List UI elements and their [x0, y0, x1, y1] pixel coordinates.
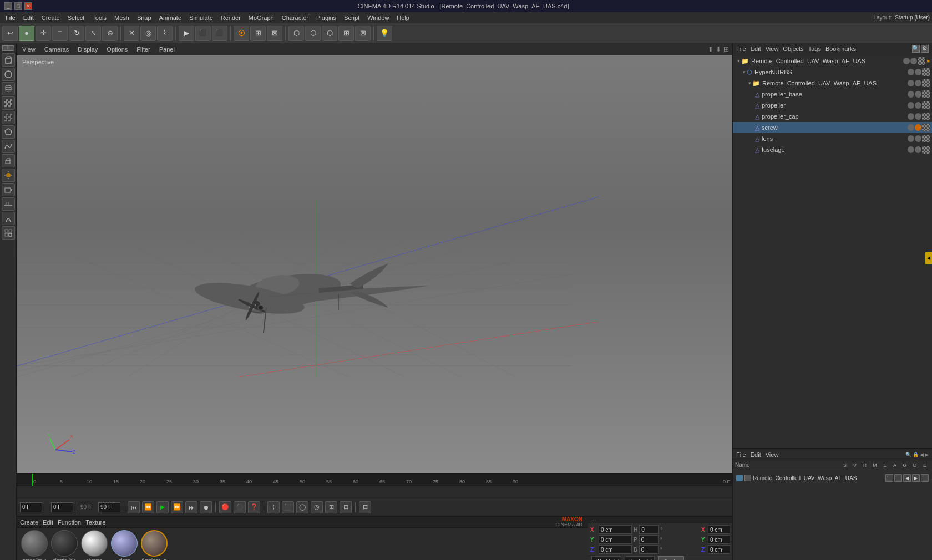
- obj-screw[interactable]: △ screw: [733, 122, 932, 133]
- menu-plugins[interactable]: Plugins: [313, 14, 340, 22]
- mat-glass[interactable]: glass: [111, 530, 138, 560]
- checker2-tool[interactable]: [2, 111, 15, 124]
- extrude-tool[interactable]: [2, 154, 15, 167]
- more-btn[interactable]: ⊟: [340, 501, 352, 513]
- coord-b-input[interactable]: [639, 545, 659, 554]
- obj-propeller[interactable]: △ propeller: [733, 100, 932, 111]
- right-edge-expand-tab[interactable]: ◀: [925, 252, 932, 264]
- rotate-btn[interactable]: ↻: [69, 26, 84, 41]
- status-icon-4[interactable]: ▶: [912, 474, 920, 482]
- point-mode-btn[interactable]: ◎: [140, 26, 156, 41]
- mat-texture[interactable]: Texture: [85, 519, 105, 526]
- render-active-btn[interactable]: ⬛: [212, 26, 227, 41]
- world-dropdown[interactable]: World: [591, 556, 621, 560]
- camera-btn[interactable]: ⦿: [234, 26, 249, 41]
- obj-edit[interactable]: Edit: [751, 45, 761, 52]
- coord-p-input[interactable]: [639, 535, 659, 544]
- obj-prop-base[interactable]: △ propeller_base: [733, 89, 932, 100]
- obj-bookmarks[interactable]: Bookmarks: [825, 45, 856, 52]
- key-btn[interactable]: ⊹: [267, 501, 280, 513]
- grid-btn[interactable]: ⊞: [338, 26, 354, 41]
- go-start-btn[interactable]: ⏮: [128, 501, 140, 513]
- obj-bottom-file[interactable]: File: [736, 451, 746, 458]
- maximize-button[interactable]: □: [14, 2, 22, 10]
- obj-bottom-data-row[interactable]: Remote_Controlled_UAV_Wasp_AE_UAS ⬛ ⬛ ◀ …: [736, 472, 929, 483]
- scale-dropdown[interactable]: Scale: [625, 556, 655, 560]
- menu-window[interactable]: Window: [364, 14, 392, 22]
- level-btn[interactable]: ⊟: [359, 501, 371, 513]
- select-mode-btn[interactable]: ●: [19, 26, 34, 41]
- scale-y-input[interactable]: [708, 535, 730, 544]
- edge-mode-btn[interactable]: ⌇: [157, 26, 173, 41]
- menu-create[interactable]: Create: [38, 14, 63, 22]
- scale-z-input[interactable]: [708, 545, 730, 554]
- obj-mode-btn[interactable]: ✕: [124, 26, 139, 41]
- mat-create[interactable]: Create: [20, 519, 38, 526]
- transform-btn[interactable]: ⊕: [102, 26, 118, 41]
- menu-simulate[interactable]: Simulate: [186, 14, 216, 22]
- go-end-btn[interactable]: ⏭: [185, 501, 197, 513]
- cam2-btn[interactable]: ⊞: [250, 26, 266, 41]
- light-add-tool[interactable]: [2, 169, 15, 182]
- next-frame-btn[interactable]: ⏩: [171, 501, 183, 513]
- close-button[interactable]: ✕: [24, 2, 32, 10]
- status-icon-5[interactable]: ⬛: [921, 474, 929, 482]
- play-btn[interactable]: ▶: [156, 501, 169, 513]
- menu-script[interactable]: Script: [341, 14, 363, 22]
- display-menu[interactable]: Display: [75, 46, 100, 53]
- vp-icon-2[interactable]: ⬇: [716, 45, 721, 53]
- cube-tool[interactable]: [2, 53, 15, 67]
- coord-z-input[interactable]: [599, 545, 632, 554]
- menu-help[interactable]: Help: [393, 14, 413, 22]
- obj-bottom-lock[interactable]: 🔒: [913, 452, 919, 457]
- scale-x-input[interactable]: [708, 525, 730, 534]
- motion-btn[interactable]: ◯: [296, 501, 308, 513]
- menu-snap[interactable]: Snap: [134, 14, 155, 22]
- mat-plastic-black[interactable]: plastic_bla: [51, 530, 78, 560]
- timeline-ruler[interactable]: 0 5 10 15 20 25 30 35 40 45 50 55 60 65 …: [17, 474, 732, 486]
- obj-file[interactable]: File: [736, 45, 746, 52]
- mat-chrome[interactable]: chrome: [81, 530, 108, 560]
- coord-h-input[interactable]: [639, 525, 659, 534]
- obj-uav-sub[interactable]: ▾ 📁 Remote_Controlled_UAV_Wasp_AE_UAS: [733, 78, 932, 89]
- menu-select[interactable]: Select: [64, 14, 88, 22]
- obj-prop-cap[interactable]: △ propeller_cap: [733, 111, 932, 122]
- obj-bottom-arrow2[interactable]: ▶: [925, 452, 929, 457]
- menu-mograph[interactable]: MoGraph: [245, 14, 277, 22]
- menu-character[interactable]: Character: [278, 14, 312, 22]
- wire-btn[interactable]: ⬡: [305, 26, 321, 41]
- mat-fuselage[interactable]: fuselage_g: [141, 530, 168, 560]
- obj-search-icon[interactable]: 🔍: [912, 45, 920, 53]
- end-frame-input[interactable]: [98, 502, 120, 512]
- cam3-btn[interactable]: ⊠: [267, 26, 282, 41]
- mat-function[interactable]: Function: [58, 519, 81, 526]
- anim-mode2-btn[interactable]: ⚫: [234, 501, 246, 513]
- obj-tags[interactable]: Tags: [808, 45, 821, 52]
- minimize-button[interactable]: _: [4, 2, 12, 10]
- status-icon-2[interactable]: ⬛: [894, 474, 902, 482]
- move-btn[interactable]: ✛: [36, 26, 51, 41]
- timeline-track[interactable]: [17, 486, 732, 498]
- scale-btn[interactable]: ⤡: [85, 26, 101, 41]
- light-btn[interactable]: 💡: [377, 26, 392, 41]
- obj-bottom-edit[interactable]: Edit: [751, 451, 761, 458]
- filter-menu[interactable]: Filter: [134, 46, 152, 53]
- current-frame-input[interactable]: [20, 502, 42, 512]
- status-icon-1[interactable]: ⬛: [885, 474, 893, 482]
- menu-tools[interactable]: Tools: [89, 14, 110, 22]
- obj-objects[interactable]: Objects: [783, 45, 803, 52]
- obj-view[interactable]: View: [766, 45, 779, 52]
- mat-propeller[interactable]: propeller_t: [21, 530, 48, 560]
- obj-bottom-view[interactable]: View: [766, 451, 779, 458]
- bend-tool[interactable]: [2, 212, 15, 225]
- cameras-menu[interactable]: Cameras: [42, 46, 72, 53]
- animate-btn[interactable]: ◎: [311, 501, 323, 513]
- coord-y-input[interactable]: [599, 535, 632, 544]
- polygon-tool[interactable]: [2, 125, 15, 139]
- options-menu[interactable]: Options: [104, 46, 130, 53]
- box-btn[interactable]: □: [52, 26, 68, 41]
- panel-menu[interactable]: Panel: [157, 46, 177, 53]
- apply-button[interactable]: Apply: [658, 556, 684, 560]
- timeline-btn[interactable]: ⬛: [282, 501, 294, 513]
- checker-tool[interactable]: [2, 96, 15, 110]
